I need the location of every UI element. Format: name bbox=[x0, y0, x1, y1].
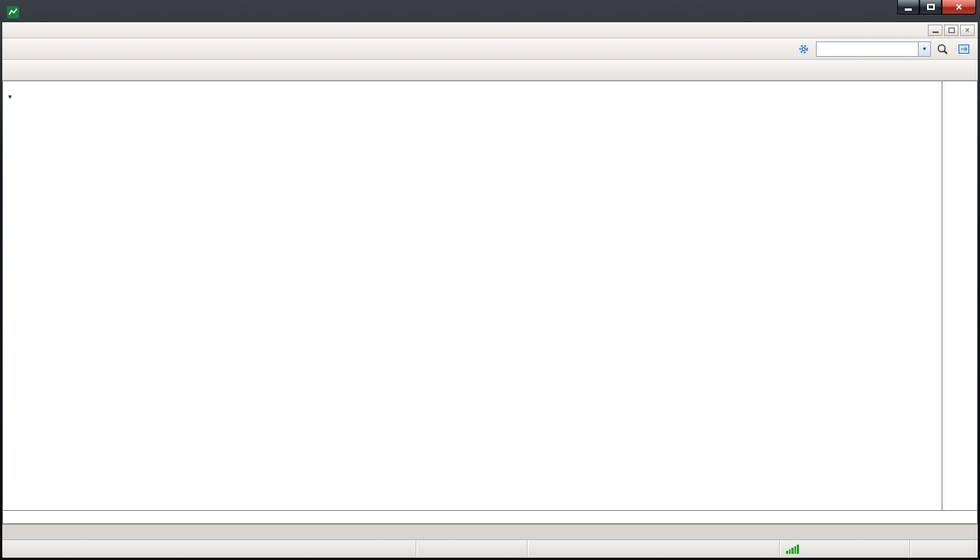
mdi-minimize-button[interactable] bbox=[928, 25, 942, 36]
chart-canvas[interactable] bbox=[3, 81, 233, 196]
status-tail bbox=[910, 540, 978, 558]
mdi-restore-button[interactable] bbox=[944, 25, 959, 36]
search-icon bbox=[936, 43, 949, 55]
toolbar-main: ▼ bbox=[2, 38, 978, 60]
app-window: × × ▼ bbox=[0, 0, 980, 560]
status-help-text bbox=[2, 540, 416, 558]
title-bar[interactable]: × bbox=[2, 0, 978, 22]
symbol-search-input[interactable] bbox=[817, 44, 918, 54]
search-button[interactable] bbox=[933, 41, 952, 58]
status-connection bbox=[780, 540, 910, 558]
maximize-button[interactable] bbox=[919, 0, 942, 15]
app-icon bbox=[7, 6, 19, 18]
minimize-button[interactable] bbox=[897, 0, 919, 15]
menu-bar: × bbox=[2, 22, 978, 38]
toolbar-tools bbox=[2, 60, 978, 81]
combo-dropdown-icon[interactable]: ▼ bbox=[918, 42, 930, 56]
one-click-trading-toggle[interactable]: ▼ bbox=[7, 94, 13, 100]
fullscreen-button[interactable] bbox=[955, 41, 974, 58]
chart-window: ▼ bbox=[2, 81, 978, 524]
window-icon bbox=[958, 43, 971, 55]
status-bar bbox=[2, 539, 978, 558]
status-profile[interactable] bbox=[416, 540, 528, 558]
gear-icon bbox=[797, 43, 811, 55]
close-button[interactable]: × bbox=[942, 0, 976, 15]
time-axis[interactable] bbox=[3, 510, 977, 523]
connection-signal-icon bbox=[786, 545, 799, 554]
settings-button[interactable] bbox=[794, 41, 814, 58]
mdi-close-button[interactable]: × bbox=[960, 25, 975, 36]
price-axis[interactable] bbox=[942, 81, 977, 510]
symbol-search-combo[interactable]: ▼ bbox=[816, 41, 931, 57]
status-spacer bbox=[528, 540, 780, 558]
chart-tabs-bar bbox=[2, 524, 978, 539]
